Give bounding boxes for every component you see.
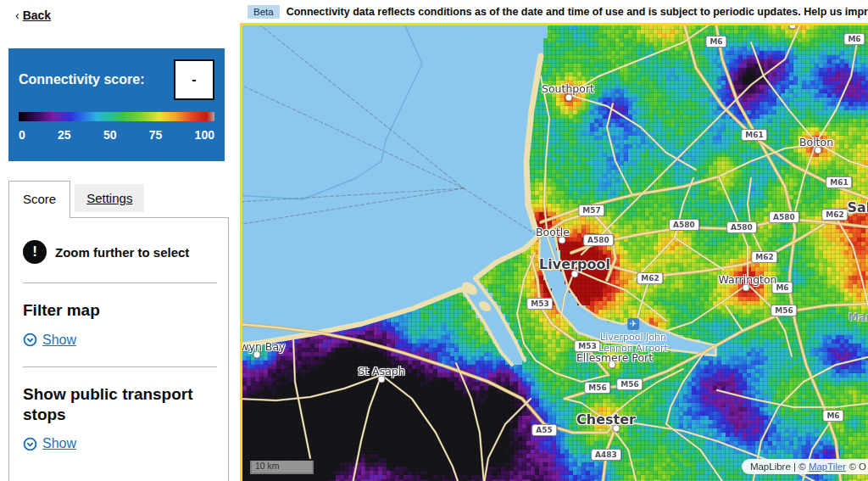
divider [23,282,217,283]
back-link[interactable]: ‹Back [15,8,51,22]
beta-banner: Beta Connectivity data reflects conditio… [240,0,868,23]
road-shield-a580: A580 [769,211,799,223]
road-shield-a580: A580 [583,234,614,246]
transport-heading: Show public transport stops [23,384,201,425]
airport-label: ✈Liverpool JohnLennon Airport [598,318,668,354]
chevron-down-circle-icon [23,437,37,451]
map-label-chester: Chester [576,411,636,428]
attribution-maptiler-link[interactable]: MapTiler [809,461,846,472]
zoom-notice: ! Zoom further to select [23,240,217,264]
road-shield-m62: M62 [821,209,848,221]
road-shield-m56: M56 [584,382,610,394]
road-shield-a483: A483 [591,449,621,461]
filter-show-link[interactable]: Show [23,333,217,348]
road-shield-m61: M61 [741,129,767,141]
map-label-bolton: Bolton [799,136,833,148]
road-shield-m56: M56 [616,378,643,390]
banner-text: Connectivity data reflects conditions as… [287,6,868,18]
road-shield-m6: M6 [705,36,726,48]
chevron-down-circle-icon [23,333,37,347]
exclamation-icon: ! [23,240,47,264]
road-shield-a55: A55 [531,424,557,436]
divider [23,366,217,367]
road-shield-m62: M62 [637,272,663,284]
airport-label-line2: Lennon Airport [598,343,668,354]
road-shield-m6: M6 [822,410,843,422]
filter-show-label: Show [42,333,76,348]
map-label-manchester: Manchester [849,310,868,323]
sidebar: ‹Back Connectivity score: - 0 25 50 75 1… [0,0,240,481]
map-label-bootle: Bootle [536,226,570,238]
road-shield-m56: M56 [771,305,797,316]
place-marker-dot [565,94,573,102]
map-label-liverpool: Liverpool [539,256,610,272]
back-chevron-icon: ‹ [15,8,19,22]
beta-badge: Beta [248,5,280,19]
map-label-southport: Southport [542,82,594,95]
tab-settings[interactable]: Settings [75,184,144,212]
tick-50: 50 [103,128,117,142]
map-label-salford: Salford [847,199,868,215]
map-attribution: MapLibre | © MapTiler © O [742,459,868,474]
zoom-notice-text: Zoom further to select [55,245,189,260]
transport-show-label: Show [42,436,76,451]
attribution-maplibre: MapLibre [750,461,791,472]
tick-100: 100 [195,128,214,142]
transport-show-link[interactable]: Show [23,436,217,451]
filter-map-heading: Filter map [23,300,217,321]
map-scale-bar: 10 km [250,461,314,474]
score-legend-ticks: 0 25 50 75 100 [19,128,214,142]
tab-bar: Score Settings [8,181,144,217]
tick-0: 0 [19,128,25,142]
road-shield-a580: A580 [669,219,699,231]
page: ‹Back Connectivity score: - 0 25 50 75 1… [0,0,868,481]
tick-25: 25 [58,128,71,142]
road-shield-m53: M53 [526,298,553,310]
road-shield-m61: M61 [826,176,852,188]
score-panel-title: Connectivity score: [19,72,144,87]
score-legend-gradient [19,112,214,121]
map-label-st-asaph: St Asaph [358,365,404,378]
score-value-box: - [174,59,214,100]
tick-75: 75 [149,128,163,142]
map-viewport: 10 km MapLibre | © MapTiler © O M6M6M61M… [242,25,868,481]
tab-score[interactable]: Score [8,181,70,218]
road-shield-a580: A580 [726,221,757,233]
road-shield-m57: M57 [578,204,604,216]
airplane-icon: ✈ [627,318,639,330]
road-shield-m62: M62 [751,251,777,263]
connectivity-score-panel: Connectivity score: - 0 25 50 75 100 [8,48,225,161]
score-tab-panel: ! Zoom further to select Filter map Show… [8,217,229,481]
map-container: 10 km MapLibre | © MapTiler © O M6M6M61M… [240,23,868,481]
map-label-warrington: Warrington [718,273,776,286]
road-shield-m6: M6 [843,33,865,45]
airport-label-line1: Liverpool John [598,332,668,343]
map-label-colwyn-bay: Colwyn Bay [242,340,286,353]
